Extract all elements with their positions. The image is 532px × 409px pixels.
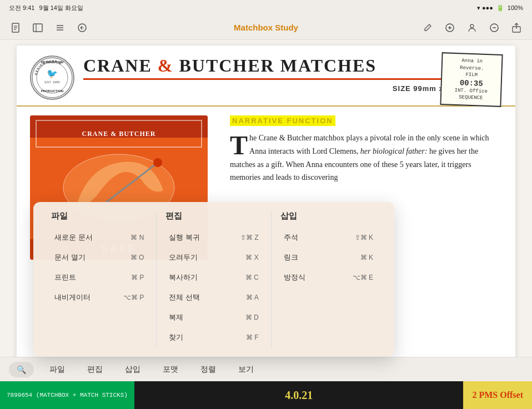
menu-arrange[interactable]: 정렬 xyxy=(189,360,227,379)
menu-file[interactable]: 파일 xyxy=(38,360,76,379)
doc-title-area: Crane & Butcher Matches SIZE 99mm x 40mm… xyxy=(83,55,502,93)
menu-copy-label: 복사하기 xyxy=(169,272,198,282)
menu-view[interactable]: 보기 xyxy=(227,360,265,379)
menu-bar: 🔍 파일 편집 삽입 포맷 정렬 보기 xyxy=(0,357,532,381)
toolbar-right xyxy=(421,21,523,34)
back-icon[interactable] xyxy=(76,21,89,34)
menu-find-label: 찾기 xyxy=(169,332,183,342)
col-header-insert: 삽입 xyxy=(280,211,377,221)
doc-size: SIZE 99mm x 40mm x 12mm xyxy=(83,84,502,93)
menu-duplicate[interactable]: 복제 ⌘ D xyxy=(165,308,262,327)
menu-redo-label: 실행 복귀 xyxy=(169,233,200,243)
menu-duplicate-label: 복제 xyxy=(169,312,183,322)
menu-find[interactable]: 찾기 ⌘ F xyxy=(165,328,262,347)
narrative-text: T he Crane & Butcher matchbox plays a pi… xyxy=(230,132,502,184)
menu-edit[interactable]: 편집 xyxy=(76,360,114,379)
status-bar-left: 오전 9:41 9월 14일 화요일 xyxy=(9,4,83,12)
menu-navigator[interactable]: 내비게이터 ⌥⌘ P xyxy=(51,288,147,307)
drop-cap: T xyxy=(230,135,248,156)
status-bar-right: ▾ ●●● 🔋 100% xyxy=(477,4,523,12)
menu-comment-label: 주석 xyxy=(284,233,298,243)
col-header-edit: 편집 xyxy=(165,211,262,221)
menu-new-doc-label: 새로운 문서 xyxy=(54,233,93,243)
menu-print[interactable]: 프린트 ⌘ P xyxy=(51,268,147,287)
menu-open-doc-shortcut: ⌘ O xyxy=(131,254,144,261)
narrative-body: he Crane & Butcher matchbox plays a pivo… xyxy=(230,134,489,181)
menu-copy-shortcut: ⌘ C xyxy=(245,274,259,281)
script-label: Anna in Reverse. FILM 00:35 INT. Office … xyxy=(440,52,503,107)
doc-icon[interactable] xyxy=(9,21,22,34)
menu-navigator-label: 내비게이터 xyxy=(54,292,91,302)
menu-insert[interactable]: 삽입 xyxy=(114,360,152,379)
menu-comment-shortcut: ⇧⌘ K xyxy=(355,234,373,241)
menu-equation[interactable]: 방정식 ⌥⌘ E xyxy=(280,268,377,287)
menu-new-doc[interactable]: 새로운 문서 ⌘ N xyxy=(51,228,147,247)
menu-select-all-shortcut: ⌘ A xyxy=(246,294,259,301)
menu-print-label: 프린트 xyxy=(54,272,76,282)
list-icon[interactable] xyxy=(53,21,67,34)
menu-cut-shortcut: ⌘ X xyxy=(245,254,258,261)
menu-print-shortcut: ⌘ P xyxy=(131,274,144,281)
person-icon[interactable] xyxy=(465,21,479,34)
narrative-heading: NARRATIVE FUNCTION xyxy=(230,115,335,126)
menu-open-doc[interactable]: 문서 열기 ⌘ O xyxy=(51,248,147,267)
battery-level: 100% xyxy=(508,4,523,11)
svg-rect-4 xyxy=(33,24,42,32)
pencil-icon[interactable] xyxy=(421,21,434,34)
dropdown-cols: 파일 새로운 문서 ⌘ N 문서 열기 ⌘ O 프린트 ⌘ P 내비게이터 ⌥⌘… xyxy=(42,211,385,348)
minus-icon[interactable] xyxy=(488,21,501,34)
share-icon[interactable] xyxy=(510,21,523,34)
toolbar-title: Matchbox Study xyxy=(234,23,298,32)
svg-text:PRODUCTION: PRODUCTION xyxy=(41,89,63,93)
svg-point-13 xyxy=(470,24,474,28)
sidebar-icon[interactable] xyxy=(31,21,44,34)
col-header-file: 파일 xyxy=(51,211,147,221)
menu-select-all-label: 전체 선택 xyxy=(169,292,200,302)
search-icon: 🔍 xyxy=(17,365,26,374)
ampersand: & xyxy=(158,55,174,75)
menu-copy[interactable]: 복사하기 ⌘ C xyxy=(165,268,262,287)
offset-label: 2 PMS Offset xyxy=(463,381,532,409)
menu-new-doc-shortcut: ⌘ N xyxy=(131,234,144,241)
bottom-bar: 7899654 (MATCHBOX + MATCH STICKS) 4.0.21… xyxy=(0,381,532,409)
script-label-line5: SEQUENCE xyxy=(447,94,495,103)
status-bar: 오전 9:41 9월 14일 화요일 ▾ ●●● 🔋 100% xyxy=(0,0,532,16)
menu-navigator-shortcut: ⌥⌘ P xyxy=(123,294,144,301)
battery-icon: 🔋 xyxy=(496,4,504,12)
page-number: 4.0.21 xyxy=(274,389,324,402)
menu-redo-shortcut: ⇧⌘ Z xyxy=(240,234,259,241)
barcode-label: 7899654 (MATCHBOX + MATCH STICKS) xyxy=(0,381,134,409)
menu-open-doc-label: 문서 열기 xyxy=(54,253,86,262)
menu-cut-label: 오려두기 xyxy=(169,253,198,262)
svg-point-26 xyxy=(153,158,162,167)
menu-comment[interactable]: 주석 ⇧⌘ K xyxy=(280,228,377,247)
svg-text:🐦: 🐦 xyxy=(47,68,58,79)
wifi-icon: ▾ ●●● xyxy=(477,4,493,12)
menu-select-all[interactable]: 전체 선택 ⌘ A xyxy=(165,288,262,307)
menu-duplicate-shortcut: ⌘ D xyxy=(245,314,259,321)
menu-link-label: 링크 xyxy=(284,253,298,262)
doc-title: Crane & Butcher Matches xyxy=(83,55,502,80)
menu-search-item[interactable]: 🔍 xyxy=(9,362,34,377)
menu-redo[interactable]: 실행 복귀 ⇧⌘ Z xyxy=(165,228,262,247)
menu-link[interactable]: 링크 ⌘ K xyxy=(280,248,377,267)
dropdown-col-file: 파일 새로운 문서 ⌘ N 문서 열기 ⌘ O 프린트 ⌘ P 내비게이터 ⌥⌘… xyxy=(42,211,157,348)
status-date: 9월 14일 화요일 xyxy=(39,4,83,12)
dropdown-menu: 파일 새로운 문서 ⌘ N 문서 열기 ⌘ O 프린트 ⌘ P 내비게이터 ⌥⌘… xyxy=(33,202,394,357)
add-icon[interactable] xyxy=(443,21,456,34)
menu-format[interactable]: 포맷 xyxy=(152,360,189,379)
logo-circle: PRODUCTION PRODUCTION 🐦 EST. 1985 DESIGN… xyxy=(30,55,74,100)
status-time: 오전 9:41 xyxy=(9,4,34,12)
dropdown-col-edit: 편집 실행 복귀 ⇧⌘ Z 오려두기 ⌘ X 복사하기 ⌘ C 전체 선택 ⌘ … xyxy=(157,211,271,348)
svg-text:EST. 1985: EST. 1985 xyxy=(44,80,60,84)
toolbar: Matchbox Study xyxy=(0,16,532,40)
menu-equation-shortcut: ⌥⌘ E xyxy=(353,274,373,281)
menu-link-shortcut: ⌘ K xyxy=(360,254,373,261)
menu-find-shortcut: ⌘ F xyxy=(246,334,259,341)
menu-cut[interactable]: 오려두기 ⌘ X xyxy=(165,248,262,267)
toolbar-left xyxy=(9,21,89,34)
dropdown-col-insert: 삽입 주석 ⇧⌘ K 링크 ⌘ K 방정식 ⌥⌘ E xyxy=(272,211,385,348)
menu-equation-label: 방정식 xyxy=(284,272,305,282)
